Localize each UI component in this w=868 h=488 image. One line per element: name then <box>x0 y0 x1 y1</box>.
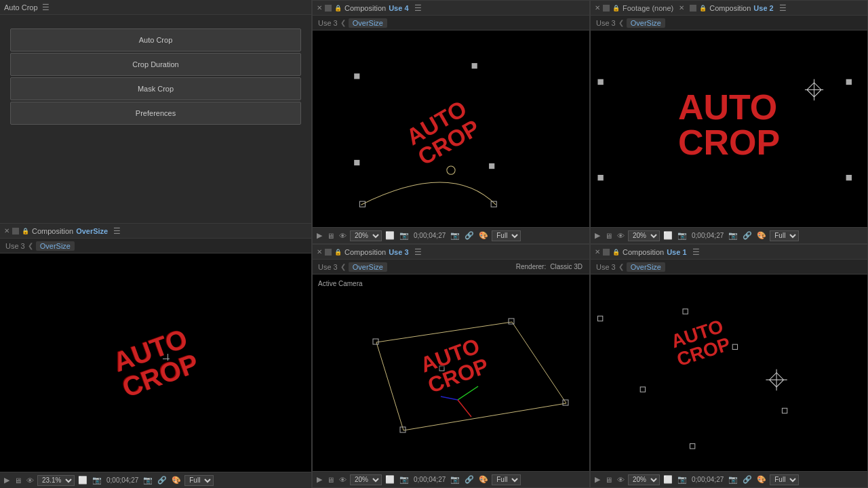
use4-cam[interactable]: 📷 <box>398 231 410 240</box>
use1-toolbar: ▶ 🖥 👁 20% ⬜ 📷 0;00;04;27 📷 🔗 🎨 Full <box>591 471 867 487</box>
zoom-select[interactable]: 23.1% <box>37 475 75 486</box>
use2-color[interactable]: 🎨 <box>755 231 768 240</box>
use4-zoom[interactable]: 20% <box>350 230 382 241</box>
use2-breadcrumb: Use 3 ❮ OverSize <box>591 16 867 30</box>
use1-monitor[interactable]: 🖥 <box>604 476 614 484</box>
use4-color[interactable]: 🎨 <box>477 231 490 240</box>
svg-rect-7 <box>597 79 603 85</box>
toolbar-icon-8[interactable]: 🎨 <box>170 476 182 485</box>
use2-lock[interactable]: 🔒 <box>612 5 620 12</box>
crop-duration-button[interactable]: Crop Duration <box>10 53 301 76</box>
use1-close[interactable]: ✕ <box>595 248 600 256</box>
auto-crop-button[interactable]: Auto Crop <box>10 28 301 52</box>
use2-bc-current[interactable]: OverSize <box>627 18 665 28</box>
svg-rect-2 <box>354 160 359 165</box>
use4-play[interactable]: ▶ <box>315 231 323 240</box>
use1-panel: ✕ 🔒 Composition Use 1 ☰ Use 3 ❮ OverSize <box>590 244 868 488</box>
use4-toolbar: ▶ 🖥 👁 20% ⬜ 📷 0;00;04;27 📷 🔗 🎨 Full <box>313 227 589 243</box>
use2-quality[interactable]: Full <box>770 230 799 241</box>
use1-viewport: AUTOCROP <box>591 274 867 471</box>
toolbar-icon-3[interactable]: 👁 <box>25 476 35 485</box>
use3-zoom[interactable]: 20% <box>350 474 382 485</box>
use2-lock2[interactable]: 🔒 <box>699 5 707 12</box>
use4-bc-current[interactable]: OverSize <box>349 18 387 28</box>
toolbar-icon-2[interactable]: 🖥 <box>13 476 23 485</box>
use4-logo: AUTOCROP <box>402 96 483 169</box>
use2-cam[interactable]: 📷 <box>676 231 688 240</box>
use3-icon <box>325 249 332 256</box>
svg-line-20 <box>458 400 471 417</box>
use1-cam[interactable]: 📷 <box>676 475 688 484</box>
use3-play[interactable]: ▶ <box>315 475 323 484</box>
use4-box[interactable]: ⬜ <box>384 231 396 240</box>
use2-menu[interactable]: ☰ <box>779 3 787 13</box>
use2-snap[interactable]: 📷 <box>727 231 739 240</box>
toolbar-icon-7[interactable]: 🔗 <box>156 476 168 485</box>
use1-play[interactable]: ▶ <box>593 475 601 484</box>
use1-link[interactable]: 🔗 <box>741 475 753 484</box>
use4-quality[interactable]: Full <box>492 230 521 241</box>
use4-viewport: AUTOCROP <box>313 30 589 227</box>
use4-snap[interactable]: 📷 <box>449 231 461 240</box>
toolbar-icon-4[interactable]: ⬜ <box>77 476 89 485</box>
use2-timecode: 0;00;04;27 <box>690 232 725 239</box>
svg-rect-22 <box>597 316 602 321</box>
use4-eye[interactable]: 👁 <box>338 232 348 240</box>
use4-close[interactable]: ✕ <box>317 4 322 12</box>
use2-box[interactable]: ⬜ <box>662 231 674 240</box>
footage-close[interactable]: ✕ <box>679 4 684 12</box>
use2-monitor[interactable]: 🖥 <box>604 232 614 240</box>
use2-close[interactable]: ✕ <box>595 4 600 12</box>
use3-quality[interactable]: Full <box>492 474 521 485</box>
use2-eye[interactable]: 👁 <box>616 232 626 240</box>
use3-bc-current[interactable]: OverSize <box>349 262 387 272</box>
use3-menu[interactable]: ☰ <box>414 247 422 257</box>
use1-color[interactable]: 🎨 <box>755 475 768 484</box>
use3-monitor[interactable]: 🖥 <box>326 476 336 484</box>
use1-snap[interactable]: 📷 <box>727 475 739 484</box>
use4-panel: ✕ 🔒 Composition Use 4 ☰ Use 3 ❮ OverSize <box>312 0 590 244</box>
use4-menu[interactable]: ☰ <box>414 3 422 13</box>
close-icon[interactable]: ✕ <box>4 227 9 235</box>
use4-comp-name: Use 4 <box>389 4 408 12</box>
use1-eye[interactable]: 👁 <box>616 476 626 484</box>
use3-bc-parent: Use 3 <box>318 263 338 271</box>
use2-comp-label: Composition <box>709 4 751 12</box>
use1-box[interactable]: ⬜ <box>662 475 674 484</box>
panel-title: Auto Crop <box>4 3 38 12</box>
use3-cam[interactable]: 📷 <box>398 475 410 484</box>
svg-rect-25 <box>640 387 645 392</box>
use4-timecode: 0;00;04;27 <box>412 232 447 239</box>
use3-snap[interactable]: 📷 <box>449 475 461 484</box>
use3-color[interactable]: 🎨 <box>477 475 490 484</box>
comp-menu-icon[interactable]: ☰ <box>113 226 121 236</box>
quality-select[interactable]: Full <box>184 475 214 486</box>
use2-panel: ✕ 🔒 Footage (none) ✕ 🔒 Composition Use 2… <box>590 0 868 244</box>
use3-close[interactable]: ✕ <box>317 248 322 256</box>
use4-link[interactable]: 🔗 <box>463 231 475 240</box>
preferences-button[interactable]: Preferences <box>10 102 301 125</box>
breadcrumb-current[interactable]: OverSize <box>36 241 75 251</box>
use4-lock[interactable]: 🔒 <box>334 5 342 12</box>
toolbar-icon-1[interactable]: ▶ <box>3 476 11 485</box>
use1-zoom[interactable]: 20% <box>628 474 660 485</box>
use3-box[interactable]: ⬜ <box>384 475 396 484</box>
use1-bc-current[interactable]: OverSize <box>627 262 665 272</box>
use3-link[interactable]: 🔗 <box>463 475 475 484</box>
use3-lock[interactable]: 🔒 <box>334 249 342 256</box>
use1-quality[interactable]: Full <box>770 474 799 485</box>
use2-link[interactable]: 🔗 <box>741 231 753 240</box>
use2-play[interactable]: ▶ <box>593 231 601 240</box>
mask-crop-button[interactable]: Mask Crop <box>10 77 301 100</box>
panel-menu-icon[interactable]: ☰ <box>42 3 50 12</box>
use2-logo: AUTOCROP <box>678 89 780 160</box>
use3-eye[interactable]: 👁 <box>338 476 348 484</box>
lock-icon[interactable]: 🔒 <box>22 228 29 235</box>
use1-lock[interactable]: 🔒 <box>612 249 620 256</box>
toolbar-icon-5[interactable]: 📷 <box>91 476 103 485</box>
toolbar-icon-6[interactable]: 📷 <box>142 476 154 485</box>
use1-menu[interactable]: ☰ <box>692 247 700 257</box>
use2-zoom[interactable]: 20% <box>628 230 660 241</box>
use2-header: ✕ 🔒 Footage (none) ✕ 🔒 Composition Use 2… <box>591 1 867 16</box>
use4-monitor[interactable]: 🖥 <box>326 232 336 240</box>
